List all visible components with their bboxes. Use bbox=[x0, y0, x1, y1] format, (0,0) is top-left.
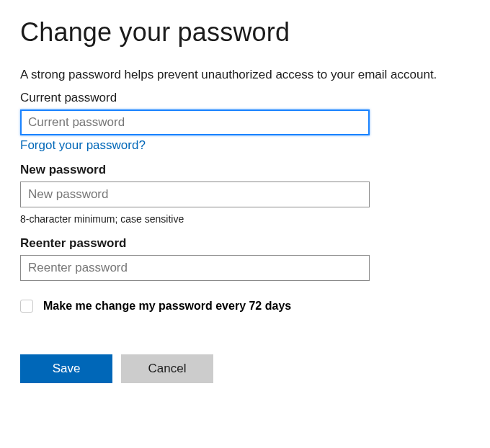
reenter-password-input[interactable] bbox=[20, 255, 370, 281]
save-button[interactable]: Save bbox=[20, 354, 112, 383]
new-password-input[interactable] bbox=[20, 182, 370, 207]
page-title: Change your password bbox=[20, 17, 470, 48]
forgot-password-link[interactable]: Forgot your password? bbox=[20, 138, 146, 153]
new-password-group: New password 8-character minimum; case s… bbox=[20, 163, 470, 225]
password-hint: 8-character minimum; case sensitive bbox=[20, 213, 470, 225]
page-subtitle: A strong password helps prevent unauthor… bbox=[20, 68, 470, 82]
reenter-password-label: Reenter password bbox=[20, 236, 470, 251]
current-password-group: Current password Forgot your password? bbox=[20, 91, 470, 153]
current-password-input[interactable] bbox=[20, 109, 370, 135]
new-password-label: New password bbox=[20, 163, 470, 177]
reenter-password-group: Reenter password bbox=[20, 236, 470, 281]
cancel-button[interactable]: Cancel bbox=[121, 354, 213, 383]
button-row: Save Cancel bbox=[20, 354, 470, 383]
current-password-label: Current password bbox=[20, 91, 470, 105]
periodic-change-label: Make me change my password every 72 days bbox=[43, 300, 291, 313]
periodic-change-checkbox[interactable] bbox=[20, 300, 33, 313]
periodic-change-row: Make me change my password every 72 days bbox=[20, 300, 470, 313]
